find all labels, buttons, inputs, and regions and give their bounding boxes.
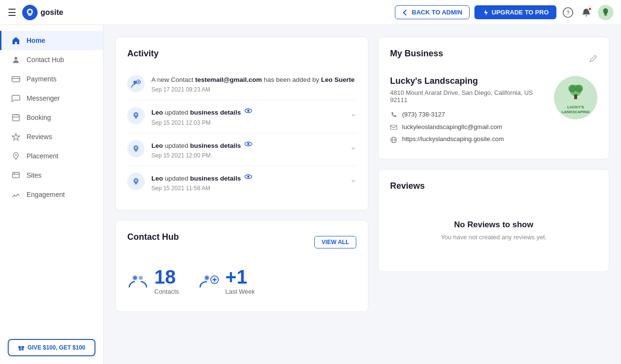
reviews-empty-subtitle: You have not created any reviews yet.	[441, 234, 546, 241]
activity-chevron[interactable]: ⌄	[350, 107, 356, 118]
sidebar-item-payments[interactable]: Payments	[0, 69, 103, 89]
sidebar-item-messenger[interactable]: Messenger	[0, 89, 103, 108]
help-circle-icon: ?	[563, 7, 573, 18]
activity-text: A new Contact testemail@gmail.com has be…	[151, 75, 356, 85]
svg-point-29	[205, 276, 209, 280]
view-all-button[interactable]: VIEW ALL	[314, 236, 356, 248]
activity-chevron[interactable]: ⌄	[350, 140, 356, 151]
booking-icon	[11, 113, 21, 122]
sidebar-item-contact-hub[interactable]: Contact Hub	[0, 50, 103, 69]
activity-date: Sep 15 2021 12:00 PM	[151, 152, 343, 159]
contact-hub-header: Contact Hub VIEW ALL	[127, 232, 356, 252]
business-body: Lucky's Landscaping 4810 Mount Ararat Dr…	[390, 76, 597, 147]
give-get-button[interactable]: GIVE $100, GET $100	[8, 339, 95, 356]
location-icon	[132, 177, 140, 186]
topnav-left: ☰ gosite	[8, 5, 395, 20]
upgrade-to-pro-button[interactable]: UPGRADE TO PRO	[474, 5, 556, 19]
reviews-empty-state: No Reviews to show You have not created …	[390, 201, 597, 260]
business-header: My Business	[390, 49, 597, 68]
eye-icon	[244, 173, 252, 181]
activity-contact-icon	[127, 75, 145, 92]
sidebar-item-reviews[interactable]: Reviews	[0, 127, 103, 146]
back-arrow-icon	[402, 9, 409, 16]
avatar-icon	[598, 5, 613, 20]
sidebar-item-sites[interactable]: Sites	[0, 166, 103, 185]
svg-rect-10	[13, 115, 19, 121]
lightning-icon	[482, 9, 489, 16]
activity-text: Leo updated business details	[151, 107, 343, 117]
activity-date: Sep 15 2021 11:58 AM	[151, 185, 343, 192]
sidebar-item-placement-label: Placement	[27, 152, 58, 160]
contact-hub-title: Contact Hub	[127, 232, 179, 242]
main-content: Activity	[104, 25, 621, 364]
sidebar-item-messenger-label: Messenger	[27, 94, 60, 102]
sidebar-item-home[interactable]: Home	[0, 31, 103, 50]
activity-content: Leo updated business details Sep 15 2021…	[151, 173, 343, 192]
activity-content: Leo updated business details Sep 15 2021…	[151, 107, 343, 126]
sidebar-item-contact-hub-label: Contact Hub	[27, 56, 64, 64]
new-contacts-count: +1	[225, 266, 255, 288]
svg-point-18	[247, 110, 249, 112]
activity-title: Activity	[127, 49, 356, 59]
business-address: 4810 Mount Ararat Drive, San Diego, Cali…	[390, 89, 546, 104]
new-contacts-stat: +1 Last Week	[198, 266, 255, 295]
sidebar-item-placement[interactable]: Placement	[0, 146, 103, 166]
business-name: Lucky's Landscaping	[390, 76, 546, 86]
activity-icon-wrap	[127, 173, 145, 190]
notification-button[interactable]	[580, 6, 593, 19]
sidebar-item-payments-label: Payments	[27, 75, 56, 83]
contacts-label: Contacts	[154, 288, 179, 295]
sidebar-item-engagement[interactable]: Engagement	[0, 185, 103, 204]
globe-icon	[390, 135, 397, 143]
phone-value: (973) 738-3127	[402, 111, 445, 118]
topnav-right: BACK TO ADMIN UPGRADE TO PRO ?	[395, 5, 613, 20]
business-website: https://luckyslandscaping.gosite.com	[390, 135, 546, 143]
edit-business-button[interactable]	[589, 54, 597, 63]
sidebar-item-engagement-label: Engagement	[27, 191, 65, 198]
reviews-card: Reviews No Reviews to show You have not …	[378, 169, 609, 272]
user-avatar[interactable]	[598, 5, 613, 20]
my-business-card: My Business Lucky's Landscaping 4810 Mou…	[378, 37, 609, 159]
logo[interactable]: gosite	[22, 5, 63, 20]
top-navigation: ☰ gosite BACK TO ADMIN UPGRADE TO PRO ?	[0, 0, 621, 25]
email-value: luckyleoslandscapingllc@gmail.com	[402, 123, 502, 130]
activity-icon-wrap	[127, 140, 145, 157]
messenger-icon	[11, 93, 21, 103]
activity-item: Leo updated business details Sep 15 2021…	[127, 133, 356, 166]
svg-text:?: ?	[567, 9, 570, 16]
business-logo-text-line2: LANDSCAPING	[562, 110, 590, 115]
activity-location-icon	[127, 107, 145, 124]
svg-point-14	[134, 81, 137, 84]
website-value: https://luckyslandscaping.gosite.com	[402, 135, 504, 143]
back-to-admin-button[interactable]: BACK TO ADMIN	[395, 5, 470, 19]
contact-hub-icon	[11, 55, 21, 65]
sidebar-item-home-label: Home	[27, 37, 45, 44]
activity-item: Leo updated business details Sep 15 2021…	[127, 100, 356, 133]
activity-content: Leo updated business details Sep 15 2021…	[151, 140, 343, 159]
activity-date: Sep 17 2021 09:23 AM	[151, 86, 356, 93]
help-button[interactable]: ?	[561, 6, 575, 19]
sidebar-item-booking[interactable]: Booking	[0, 108, 103, 127]
activity-text: Leo updated business details	[151, 140, 343, 151]
svg-rect-9	[12, 77, 20, 82]
hamburger-menu[interactable]: ☰	[8, 7, 16, 18]
home-icon	[11, 36, 21, 45]
reviews-title: Reviews	[390, 181, 597, 191]
activity-location-icon	[127, 140, 145, 157]
svg-point-24	[247, 176, 249, 178]
eye-icon	[244, 140, 252, 148]
sidebar-nav: Home Contact Hub Payments Messenger	[0, 25, 103, 210]
logo-text: gosite	[40, 8, 63, 17]
svg-point-27	[139, 276, 143, 280]
contacts-group-icon	[127, 270, 148, 291]
svg-point-8	[14, 57, 17, 60]
svg-point-35	[568, 85, 576, 92]
page-layout: Home Contact Hub Payments Messenger	[0, 0, 621, 364]
svg-point-7	[604, 13, 607, 16]
business-email: luckyleoslandscapingllc@gmail.com	[390, 123, 546, 131]
svg-point-11	[15, 155, 17, 156]
activity-chevron[interactable]: ⌄	[350, 173, 356, 184]
edit-icon	[589, 54, 597, 63]
svg-point-21	[247, 143, 249, 144]
activity-icon-wrap	[127, 107, 145, 124]
